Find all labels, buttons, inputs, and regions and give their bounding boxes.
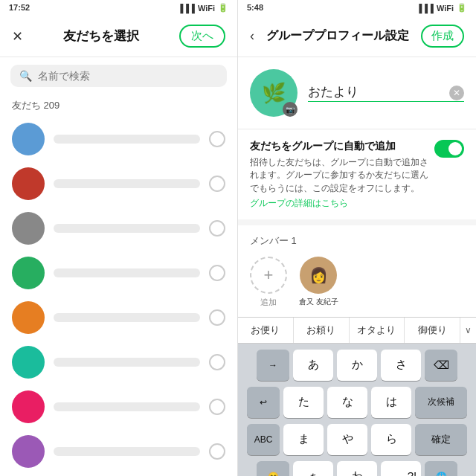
keyboard-row-2: ↩ た な は 次候補 <box>241 387 473 418</box>
auto-add-row: 友だちをグループに自動で追加 招待した友だちは、グループに自動で追加されます。グ… <box>250 140 464 209</box>
select-radio[interactable] <box>209 220 225 237</box>
key-ka[interactable]: か <box>337 350 377 381</box>
select-radio[interactable] <box>209 443 225 460</box>
key-a[interactable]: あ <box>293 350 333 381</box>
key-ya[interactable]: や <box>327 424 367 455</box>
members-row: + 追加 👩 倉又 友紀子 <box>250 257 464 308</box>
auto-add-link[interactable]: グループの詳細はこちら <box>250 198 428 209</box>
avatar <box>12 257 45 289</box>
list-item[interactable] <box>0 117 237 161</box>
return-key[interactable]: ↩ <box>247 387 280 418</box>
friend-name <box>54 224 200 233</box>
list-item[interactable] <box>0 340 237 385</box>
member-item: 👩 倉又 友紀子 <box>299 257 338 306</box>
group-avatar-emoji: 🌿 <box>262 82 286 105</box>
list-item[interactable] <box>0 385 237 429</box>
right-status-icons: ▐▐▐ WiFi 🔋 <box>416 3 467 13</box>
suggestion-item[interactable]: オタより <box>350 318 405 343</box>
list-item[interactable] <box>0 295 237 340</box>
search-icon: 🔍 <box>19 70 32 82</box>
friend-name <box>54 313 200 322</box>
suggestion-item[interactable]: 御便り <box>405 318 460 343</box>
backspace-key[interactable]: ⌫ <box>425 350 457 381</box>
friend-name <box>54 402 200 411</box>
members-section: メンバー 1 + 追加 👩 倉又 友紀子 <box>238 225 476 317</box>
select-radio[interactable] <box>209 309 225 326</box>
right-panel: 5:48 ▐▐▐ WiFi 🔋 ‹ グループプロフィール設定 作成 🌿 📷 ✕ … <box>238 0 476 476</box>
members-title: メンバー 1 <box>250 234 464 248</box>
key-ha[interactable]: は <box>371 387 411 418</box>
left-status-bar: 17:52 ▐▐▐ WiFi 🔋 <box>0 0 237 16</box>
group-name-input[interactable] <box>308 85 464 102</box>
create-button[interactable]: 作成 <box>421 25 464 48</box>
suggestion-item[interactable]: お便り <box>238 318 294 343</box>
key-sa[interactable]: さ <box>381 350 421 381</box>
left-panel: 17:52 ▐▐▐ WiFi 🔋 ✕ 友だちを選択 次へ 🔍 友だち 209 <box>0 0 238 476</box>
japanese-keyboard: お便り お頼り オタより 御便り ∨ → あ か さ ⌫ ↩ た な は 次候補 <box>238 317 476 476</box>
close-icon[interactable]: ✕ <box>12 28 23 45</box>
arrow-right-key[interactable]: → <box>257 350 289 381</box>
key-ma[interactable]: ま <box>283 424 324 455</box>
camera-icon[interactable]: 📷 <box>283 102 298 117</box>
back-icon[interactable]: ‹ <box>250 28 254 44</box>
abc-key[interactable]: ABC <box>247 424 280 455</box>
avatar <box>12 212 45 245</box>
key-wa[interactable]: わ <box>337 461 377 476</box>
suggestion-item[interactable]: お頼り <box>294 318 350 343</box>
add-label: 追加 <box>260 297 277 308</box>
group-profile-section: 🌿 📷 ✕ <box>238 57 476 129</box>
right-status-time: 5:48 <box>247 3 263 13</box>
key-punctuation[interactable]: 、。?! <box>381 461 421 476</box>
auto-add-toggle[interactable] <box>434 140 464 158</box>
keyboard-suggestions: お便り お頼り オタより 御便り ∨ <box>238 317 476 344</box>
chevron-down-icon[interactable]: ∨ <box>460 318 476 343</box>
avatar <box>12 346 45 379</box>
next-button[interactable]: 次へ <box>179 25 225 48</box>
group-name-wrap <box>308 85 464 102</box>
search-bar: 🔍 <box>10 65 227 87</box>
avatar <box>12 301 45 334</box>
friends-list <box>0 117 237 476</box>
select-radio[interactable] <box>209 399 225 415</box>
key-ta[interactable]: た <box>283 387 324 418</box>
add-member-button[interactable]: + 追加 <box>250 257 287 308</box>
right-title: グループプロフィール設定 <box>266 28 409 44</box>
auto-add-title: 友だちをグループに自動で追加 <box>250 140 428 153</box>
avatar <box>12 167 45 200</box>
next-candidate-key[interactable]: 次候補 <box>415 387 467 418</box>
member-avatar: 👩 <box>300 257 337 294</box>
keyboard-rows: → あ か さ ⌫ ↩ た な は 次候補 ABC ま や ら 確定 <box>238 344 476 476</box>
list-item[interactable] <box>0 251 237 295</box>
friend-name <box>54 135 200 144</box>
confirm-key[interactable]: 確定 <box>415 424 467 455</box>
left-status-time: 17:52 <box>9 3 30 13</box>
friend-name <box>54 179 200 188</box>
key-small-a[interactable]: ぁ <box>293 461 333 476</box>
clear-icon[interactable]: ✕ <box>449 86 464 100</box>
select-radio[interactable] <box>209 354 225 370</box>
friend-name <box>54 358 200 367</box>
select-radio[interactable] <box>209 176 225 192</box>
friends-count: 友だち 209 <box>0 94 237 117</box>
avatar <box>12 435 45 468</box>
auto-add-section: 友だちをグループに自動で追加 招待した友だちは、グループに自動で追加されます。グ… <box>238 129 476 225</box>
list-item[interactable] <box>0 429 237 474</box>
emoji-key[interactable]: 😊 <box>257 461 289 476</box>
left-header: ✕ 友だちを選択 次へ <box>0 16 237 57</box>
right-status-bar: 5:48 ▐▐▐ WiFi 🔋 <box>238 0 476 16</box>
select-radio[interactable] <box>209 131 225 147</box>
auto-add-desc: 招待した友だちは、グループに自動で追加されます。グループに参加するか友だちに選ん… <box>250 156 428 195</box>
friend-name <box>54 268 200 277</box>
avatar <box>12 390 45 423</box>
list-item[interactable] <box>0 206 237 251</box>
select-radio[interactable] <box>209 265 225 281</box>
right-header: ‹ グループプロフィール設定 作成 <box>238 16 476 57</box>
left-title: 友だちを選択 <box>63 28 139 45</box>
key-na[interactable]: な <box>327 387 367 418</box>
search-input[interactable] <box>38 70 218 82</box>
auto-add-text: 友だちをグループに自動で追加 招待した友だちは、グループに自動で追加されます。グ… <box>250 140 428 209</box>
globe-key[interactable]: 🌐 <box>425 461 457 476</box>
key-ra[interactable]: ら <box>371 424 411 455</box>
list-item[interactable] <box>0 161 237 206</box>
keyboard-row-4: 😊 ぁ わ 、。?! 🌐 <box>241 461 473 476</box>
